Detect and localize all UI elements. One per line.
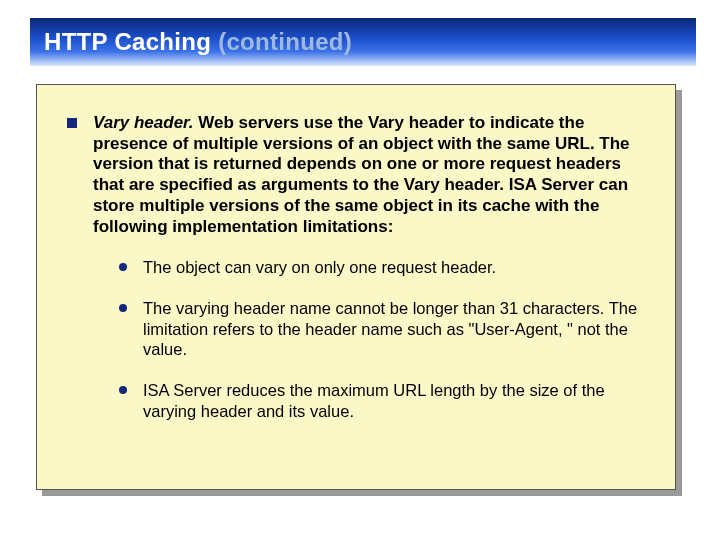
round-bullet-icon xyxy=(119,304,127,312)
title-bar: HTTP Caching (continued) xyxy=(30,18,696,66)
slide-title: HTTP Caching (continued) xyxy=(44,28,352,56)
title-continued: (continued) xyxy=(218,28,352,55)
main-item-lead: Vary header. xyxy=(93,113,194,132)
title-main: HTTP Caching xyxy=(44,28,218,55)
list-item: The varying header name cannot be longer… xyxy=(119,298,645,360)
main-item-text: Vary header. Web servers use the Vary he… xyxy=(93,113,645,237)
content-box: Vary header. Web servers use the Vary he… xyxy=(36,84,676,490)
sub-item-text: The object can vary on only one request … xyxy=(143,257,496,278)
round-bullet-icon xyxy=(119,386,127,394)
main-bullet-item: Vary header. Web servers use the Vary he… xyxy=(67,113,645,237)
sub-list: The object can vary on only one request … xyxy=(119,257,645,421)
list-item: The object can vary on only one request … xyxy=(119,257,645,278)
square-bullet-icon xyxy=(67,118,77,128)
sub-item-text: The varying header name cannot be longer… xyxy=(143,298,645,360)
slide: HTTP Caching (continued) Vary header. We… xyxy=(0,0,720,540)
sub-item-text: ISA Server reduces the maximum URL lengt… xyxy=(143,380,645,421)
list-item: ISA Server reduces the maximum URL lengt… xyxy=(119,380,645,421)
round-bullet-icon xyxy=(119,263,127,271)
